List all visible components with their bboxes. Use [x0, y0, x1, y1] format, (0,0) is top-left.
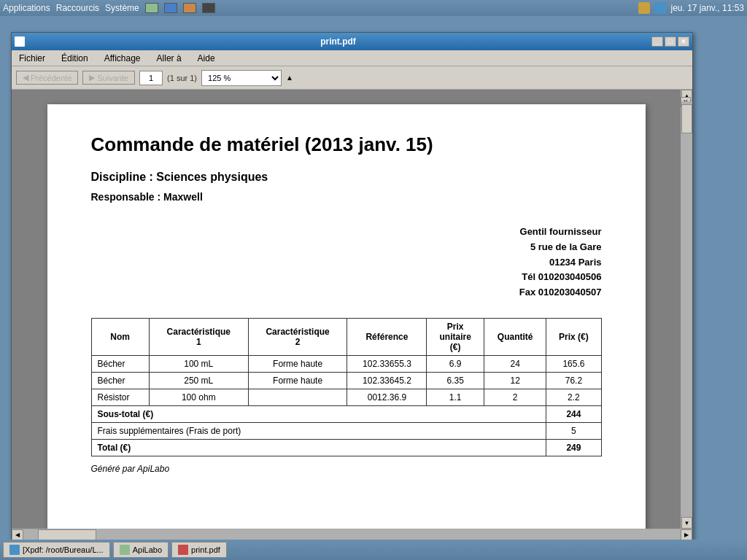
cell-qty-2: 12 — [484, 372, 546, 389]
next-button[interactable]: ▶ Suivante — [82, 71, 135, 85]
menu-aller-a[interactable]: Aller à — [152, 52, 186, 65]
cell-nom-2: Bécher — [91, 372, 149, 389]
maximize-button[interactable]: □ — [665, 36, 676, 47]
taskbar-label-xpdf: [Xpdf: /root/Bureau/L... — [23, 545, 104, 554]
prev-arrow-icon: ◀ — [23, 73, 28, 82]
page-info-label: (1 sur 1) — [167, 74, 197, 82]
frais-label: Frais supplémentaires (Frais de port) — [91, 422, 546, 439]
pdf-scroll-area[interactable]: Commande de matériel (2013 janv. 15) Dis… — [12, 90, 681, 529]
zoom-select[interactable]: 125 % 100 % 75 % 50 % — [201, 70, 282, 86]
sous-total-label: Sous-total (€) — [91, 405, 546, 422]
cell-carac1-3: 100 ohm — [149, 389, 248, 405]
cell-qty-1: 24 — [484, 355, 546, 372]
prev-button[interactable]: ◀ Précédente — [16, 71, 78, 85]
scroll-down-button[interactable]: ▼ — [681, 517, 692, 529]
network-icon — [654, 2, 666, 14]
doc-responsable: Responsable : Maxwell — [91, 191, 602, 203]
taskbar-item-apilabo[interactable]: ApiLabo — [113, 542, 169, 558]
cell-qty-3: 2 — [484, 389, 546, 405]
doc-title: Commande de matériel (2013 janv. 15) — [91, 133, 602, 156]
system-topbar: Applications Raccourcis Système jeu. 17 … — [0, 0, 747, 16]
cell-pu-3: 1.1 — [427, 389, 484, 405]
cell-prix-3: 2.2 — [546, 389, 601, 405]
datetime-label: jeu. 17 janv., 11:53 — [670, 3, 744, 13]
supplier-block: Gentil fournisseur 5 rue de la Gare 0123… — [91, 225, 602, 300]
cell-ref-2: 102.33645.2 — [347, 372, 427, 389]
hscroll-thumb[interactable] — [38, 529, 96, 540]
total-value: 249 — [546, 439, 601, 456]
taskbar-item-xpdf[interactable]: [Xpdf: /root/Bureau/L... — [3, 542, 110, 558]
menu-fichier[interactable]: Fichier — [15, 52, 50, 65]
menu-aide[interactable]: Aide — [193, 52, 220, 65]
col-reference: Référence — [347, 318, 427, 355]
table-row: Résistor 100 ohm 0012.36.9 1.1 2 2.2 — [91, 389, 601, 405]
sous-total-row: Sous-total (€) 244 — [91, 405, 601, 422]
total-row: Total (€) 249 — [91, 439, 601, 456]
menu-affichage[interactable]: Affichage — [100, 52, 145, 65]
pdf-content-row: Commande de matériel (2013 janv. 15) Dis… — [12, 90, 692, 529]
col-prix-unitaire: Prixunitaire(€) — [427, 318, 484, 355]
window-toolbar: ◀ Précédente ▶ Suivante 1 (1 sur 1) 125 … — [12, 66, 692, 90]
window-menubar: Fichier Édition Affichage Aller à Aide — [12, 50, 692, 66]
cell-pu-2: 6.35 — [427, 372, 484, 389]
scroll-track[interactable] — [681, 101, 692, 517]
pdf-main-area: Commande de matériel (2013 janv. 15) Dis… — [12, 90, 692, 540]
taskbar-item-pdf[interactable]: print.pdf — [171, 542, 227, 558]
col-quantite: Quantité — [484, 318, 546, 355]
scroll-right-button[interactable]: ▶ — [681, 529, 692, 540]
cell-prix-2: 76.2 — [546, 372, 601, 389]
total-label: Total (€) — [91, 439, 546, 456]
vertical-scrollbar[interactable]: ▲ ▼ — [681, 90, 692, 529]
menu-edition[interactable]: Édition — [57, 52, 93, 65]
cell-carac2-3 — [248, 389, 347, 405]
supplier-fax: Fax 010203040507 — [91, 285, 602, 300]
table-row: Bécher 100 mL Forme haute 102.33655.3 6.… — [91, 355, 601, 372]
supplier-address1: 5 rue de la Gare — [91, 240, 602, 255]
bottom-taskbar: [Xpdf: /root/Bureau/L... ApiLabo print.p… — [0, 540, 747, 560]
generated-by: Généré par ApiLabo — [91, 464, 602, 474]
minimize-button[interactable]: _ — [651, 36, 663, 47]
zoom-up-icon[interactable]: ▲ — [286, 74, 293, 82]
cell-carac2-1: Forme haute — [248, 355, 347, 372]
topbar-icon2 — [164, 3, 177, 13]
supplier-tel: Tél 010203040506 — [91, 270, 602, 285]
order-table: Nom Caractéristique1 Caractéristique2 Ré… — [91, 318, 602, 456]
window-controls: _ □ ✕ — [651, 36, 689, 47]
cell-prix-1: 165.6 — [546, 355, 601, 372]
sous-total-value: 244 — [546, 405, 601, 422]
cell-carac2-2: Forme haute — [248, 372, 347, 389]
frais-row: Frais supplémentaires (Frais de port) 5 — [91, 422, 601, 439]
pdf-page: Commande de matériel (2013 janv. 15) Dis… — [47, 104, 646, 529]
topbar-left: Applications Raccourcis Système — [3, 3, 215, 13]
topbar-icon3 — [183, 3, 196, 13]
frais-value: 5 — [546, 422, 601, 439]
supplier-address2: 01234 Paris — [91, 255, 602, 271]
window-icon — [15, 36, 25, 47]
close-button[interactable]: ✕ — [678, 36, 689, 47]
hscroll-track[interactable] — [23, 529, 681, 540]
cell-carac1-2: 250 mL — [149, 372, 248, 389]
pdf-icon — [178, 545, 188, 555]
cell-carac1-1: 100 mL — [149, 355, 248, 372]
cell-ref-3: 0012.36.9 — [347, 389, 427, 405]
topbar-systeme[interactable]: Système — [105, 3, 139, 13]
scroll-left-button[interactable]: ◀ — [12, 529, 23, 540]
cell-nom-3: Résistor — [91, 389, 149, 405]
xpdf-icon — [9, 545, 20, 555]
topbar-apps[interactable]: Applications — [3, 3, 50, 13]
doc-discipline: Discipline : Sciences physiques — [91, 171, 602, 184]
pdf-viewer-window: print.pdf _ □ ✕ Fichier Édition Affichag… — [11, 32, 693, 542]
window-titlebar: print.pdf _ □ ✕ — [12, 33, 692, 50]
col-carac2: Caractéristique2 — [248, 318, 347, 355]
horizontal-scrollbar[interactable]: ◀ ▶ — [12, 529, 692, 540]
cell-ref-1: 102.33655.3 — [347, 355, 427, 372]
window-title: print.pdf — [25, 36, 651, 47]
table-row: Bécher 250 mL Forme haute 102.33645.2 6.… — [91, 372, 601, 389]
page-number-input[interactable]: 1 — [139, 71, 163, 85]
cell-pu-1: 6.9 — [427, 355, 484, 372]
next-arrow-icon: ▶ — [89, 73, 95, 82]
scroll-thumb[interactable] — [681, 104, 692, 133]
supplier-name: Gentil fournisseur — [91, 225, 602, 240]
topbar-raccourcis[interactable]: Raccourcis — [56, 3, 99, 13]
col-carac1: Caractéristique1 — [149, 318, 248, 355]
